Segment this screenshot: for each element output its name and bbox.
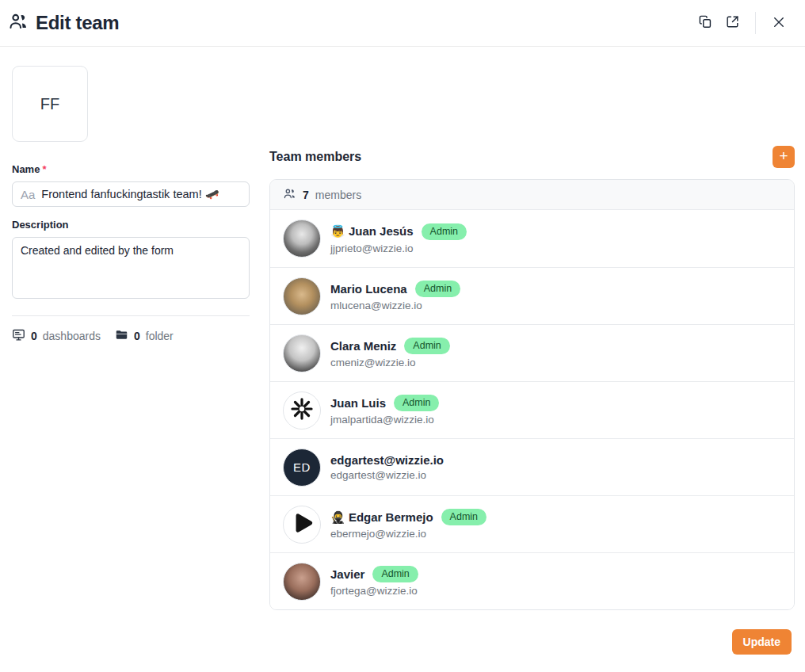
member-name: 👼 Juan Jesús	[330, 224, 414, 239]
page-title: Edit team	[36, 12, 119, 34]
edit-team-dialog: Edit team	[0, 0, 805, 672]
folder-count: 0	[134, 330, 140, 342]
member-info: 🥷 Edgar Bermejo Admin ebermejo@wizzie.io	[330, 509, 486, 540]
member-row[interactable]: Juan Luis Admin jmalpartida@wizzie.io	[270, 381, 794, 438]
team-form: FF Name* Aa Description Created and edit…	[12, 66, 250, 344]
close-icon	[772, 15, 786, 32]
dialog-header-left: Edit team	[8, 11, 119, 35]
member-avatar-initials: ED	[293, 460, 311, 474]
snowflake-logo-icon	[288, 395, 315, 426]
member-row[interactable]: 👼 Juan Jesús Admin jjprieto@wizzie.io	[270, 210, 794, 267]
member-row[interactable]: Clara Meniz Admin cmeniz@wizzie.io	[270, 324, 794, 381]
dashboards-stat: 0 dashboards	[12, 328, 101, 344]
members-count: 7	[303, 189, 309, 201]
member-email: cmeniz@wizzie.io	[330, 357, 450, 368]
member-info: Javier Admin fjortega@wizzie.io	[330, 566, 418, 597]
dashboards-label: dashboards	[43, 330, 101, 342]
update-button[interactable]: Update	[732, 629, 792, 655]
required-marker: *	[42, 163, 46, 175]
team-members-title: Team members	[269, 150, 361, 164]
member-avatar	[283, 277, 321, 315]
open-in-new-window-button[interactable]	[719, 10, 746, 36]
member-row[interactable]: Javier Admin fjortega@wizzie.io	[270, 552, 794, 609]
header-divider	[755, 12, 756, 34]
name-input-wrap: Aa	[12, 181, 250, 207]
text-field-prefix: Aa	[21, 188, 35, 201]
admin-badge: Admin	[372, 566, 418, 582]
copy-button[interactable]	[692, 10, 719, 36]
plus-icon: +	[779, 146, 788, 166]
member-avatar	[283, 220, 321, 258]
member-name: Mario Lucena	[330, 282, 407, 296]
members-list: 7 members 👼 Juan Jesús Admin jjprieto@wi…	[269, 179, 795, 610]
team-icon	[8, 11, 29, 35]
description-label: Description	[12, 219, 250, 231]
dashboards-icon	[12, 328, 25, 344]
member-email: edgartest@wizzie.io	[330, 469, 444, 481]
add-member-button[interactable]: +	[773, 146, 795, 168]
member-row[interactable]: 🥷 Edgar Bermejo Admin ebermejo@wizzie.io	[270, 495, 794, 552]
member-info: 👼 Juan Jesús Admin jjprieto@wizzie.io	[330, 223, 467, 254]
member-row[interactable]: Mario Lucena Admin mlucena@wizzie.io	[270, 267, 794, 324]
admin-badge: Admin	[441, 509, 486, 525]
member-email: fjortega@wizzie.io	[330, 585, 418, 597]
name-input[interactable]	[41, 188, 241, 200]
members-icon	[283, 187, 296, 203]
admin-badge: Admin	[404, 338, 449, 354]
team-members-panel: Team members + 7 members	[269, 146, 795, 610]
copy-icon	[698, 14, 713, 32]
open-in-new-window-icon	[725, 14, 740, 32]
admin-badge: Admin	[394, 395, 439, 411]
member-row[interactable]: ED edgartest@wizzie.io edgartest@wizzie.…	[270, 438, 794, 495]
folder-stat: 0 folder	[115, 328, 174, 344]
member-info: Clara Meniz Admin cmeniz@wizzie.io	[330, 338, 450, 368]
members-count-label: members	[315, 189, 361, 201]
team-avatar-initials: FF	[40, 95, 59, 113]
admin-badge: Admin	[415, 281, 460, 297]
team-stats: 0 dashboards 0 folder	[12, 328, 250, 344]
admin-badge: Admin	[422, 223, 467, 240]
dialog-header: Edit team	[0, 0, 805, 47]
dialog-header-actions	[692, 10, 792, 36]
folder-icon	[115, 328, 128, 344]
form-divider	[12, 315, 250, 316]
team-avatar[interactable]: FF	[12, 66, 88, 142]
member-avatar	[283, 391, 321, 430]
member-email: jjprieto@wizzie.io	[330, 242, 467, 254]
member-info: Juan Luis Admin jmalpartida@wizzie.io	[330, 395, 439, 426]
member-name: Juan Luis	[330, 396, 386, 410]
member-avatar	[283, 506, 321, 544]
member-avatar	[283, 334, 321, 372]
team-members-header: Team members +	[269, 146, 795, 168]
member-info: Mario Lucena Admin mlucena@wizzie.io	[330, 281, 460, 311]
description-input[interactable]: Created and edited by the form	[12, 237, 250, 299]
name-label: Name*	[12, 163, 250, 175]
member-avatar: ED	[283, 449, 321, 487]
member-name: edgartest@wizzie.io	[330, 453, 444, 467]
member-name: 🥷 Edgar Bermejo	[330, 510, 433, 525]
member-info: edgartest@wizzie.io edgartest@wizzie.io	[330, 453, 444, 481]
member-name: Clara Meniz	[330, 339, 396, 353]
dashboards-count: 0	[31, 330, 37, 342]
member-name: Javier	[330, 567, 364, 581]
folder-label: folder	[146, 330, 174, 342]
member-email: jmalpartida@wizzie.io	[330, 414, 439, 426]
member-email: ebermejo@wizzie.io	[330, 528, 486, 540]
play-logo-icon	[288, 510, 315, 540]
member-avatar	[283, 563, 321, 601]
close-button[interactable]	[765, 10, 792, 36]
member-email: mlucena@wizzie.io	[330, 300, 460, 311]
members-summary: 7 members	[270, 180, 794, 210]
